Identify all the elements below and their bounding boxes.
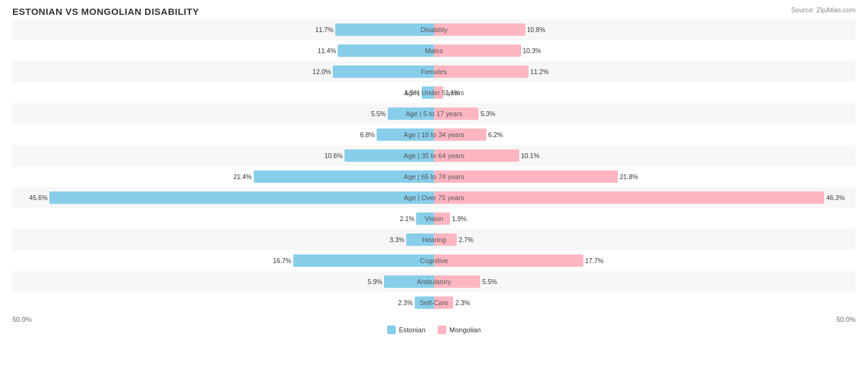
bar-label: Ambulatory: [417, 278, 451, 285]
chart-row: 5.5%5.3%Age | 5 to 17 years: [12, 103, 856, 124]
value-right: 10.3%: [521, 47, 541, 54]
chart-row: 10.6%10.1%Age | 35 to 64 years: [12, 145, 856, 166]
bar-left-container: 6.8%: [12, 124, 434, 145]
chart-row: 2.3%2.3%Self-Care: [12, 292, 856, 313]
bar-right-container: 2.7%: [434, 229, 856, 250]
bar-right: [434, 254, 583, 267]
value-left: 12.0%: [312, 68, 333, 75]
bar-label: Disability: [420, 26, 448, 33]
value-right: 10.8%: [525, 26, 546, 33]
bar-right-container: 11.2%: [434, 61, 856, 82]
bar-right-container: 10.3%: [434, 40, 856, 61]
bar-label: Age | 65 to 74 years: [404, 173, 464, 180]
chart-row: 11.4%10.3%Males: [12, 40, 856, 61]
bar-left-container: 12.0%: [12, 61, 434, 82]
value-right: 2.3%: [453, 299, 470, 306]
value-left: 6.8%: [360, 131, 377, 138]
chart-row: 12.0%11.2%Females: [12, 61, 856, 82]
bar-right: [434, 191, 824, 204]
bar-label: Hearing: [422, 236, 446, 243]
bar-label: Males: [425, 47, 443, 54]
bar-left: [293, 254, 434, 267]
chart-row: 2.1%1.9%Vision: [12, 208, 856, 229]
chart-row: 16.7%17.7%Cognitive: [12, 250, 856, 271]
chart-container: ESTONIAN VS MONGOLIAN DISABILITY Source:…: [0, 0, 868, 378]
bar-left: [333, 65, 434, 78]
value-right: 46.3%: [824, 194, 845, 201]
bar-right-container: 10.1%: [434, 145, 856, 166]
bar-label: Age | Under 5 years: [404, 89, 464, 96]
value-right: 2.7%: [457, 236, 474, 243]
value-right: 5.3%: [478, 110, 495, 117]
bar-left-container: 11.4%: [12, 40, 434, 61]
bar-label: Vision: [425, 215, 443, 222]
value-left: 2.3%: [398, 299, 415, 306]
bar-left-container: 5.9%: [12, 271, 434, 292]
bar-right-container: 10.8%: [434, 19, 856, 40]
bar-right: [434, 65, 528, 78]
value-right: 21.8%: [618, 173, 638, 180]
bar-left-container: 2.3%: [12, 292, 434, 313]
bar-right-container: 1.1%: [434, 82, 856, 103]
bar-right-container: 17.7%: [434, 250, 856, 271]
source-label: Source: ZipAtlas.com: [791, 6, 856, 14]
chart-row: 21.4%21.8%Age | 65 to 74 years: [12, 166, 856, 187]
bar-left-container: 1.5%: [12, 82, 434, 103]
estonian-label: Estonian: [399, 326, 425, 334]
bar-right-container: 5.5%: [434, 271, 856, 292]
chart-row: 11.7%10.8%Disability: [12, 19, 856, 40]
bar-label: Females: [421, 68, 447, 75]
chart-row: 6.8%6.2%Age | 18 to 34 years: [12, 124, 856, 145]
value-left: 11.7%: [315, 26, 335, 33]
value-right: 6.2%: [486, 131, 503, 138]
axis-right: 50.0%: [434, 316, 856, 323]
value-left: 11.4%: [318, 47, 338, 54]
bar-left-container: 10.6%: [12, 145, 434, 166]
bar-right-container: 2.3%: [434, 292, 856, 313]
legend-mongolian: Mongolian: [438, 326, 481, 334]
legend-estonian: Estonian: [387, 326, 425, 334]
value-left: 2.1%: [399, 215, 416, 222]
value-right: 5.5%: [480, 278, 497, 285]
value-left: 21.4%: [233, 173, 254, 180]
bar-right-container: 5.3%: [434, 103, 856, 124]
chart-row: 3.3%2.7%Hearing: [12, 229, 856, 250]
bar-label: Age | 5 to 17 years: [406, 110, 462, 117]
mongolian-color-box: [438, 326, 446, 334]
chart-row: 45.6%46.3%Age | Over 75 years: [12, 187, 856, 208]
bar-right-container: 21.8%: [434, 166, 856, 187]
value-left: 16.7%: [273, 257, 293, 264]
bar-left-container: 45.6%: [12, 187, 434, 208]
value-left: 5.9%: [367, 278, 384, 285]
bar-left-container: 16.7%: [12, 250, 434, 271]
bar-left: [335, 23, 434, 36]
value-right: 1.9%: [450, 215, 467, 222]
chart-area: 11.7%10.8%Disability11.4%10.3%Males12.0%…: [12, 19, 856, 313]
bar-left-container: 11.7%: [12, 19, 434, 40]
bar-right-container: 46.3%: [434, 187, 856, 208]
bar-left-container: 5.5%: [12, 103, 434, 124]
bar-right-container: 1.9%: [434, 208, 856, 229]
bar-label: Age | 18 to 34 years: [404, 131, 464, 138]
chart-row: 5.9%5.5%Ambulatory: [12, 271, 856, 292]
bar-left-container: 3.3%: [12, 229, 434, 250]
bar-right: [434, 44, 521, 57]
bar-left-container: 2.1%: [12, 208, 434, 229]
estonian-color-box: [387, 326, 396, 334]
axis-left: 50.0%: [12, 316, 434, 323]
bar-right: [434, 23, 525, 36]
value-left: 45.6%: [29, 194, 49, 201]
chart-row: 1.5%1.1%Age | Under 5 years: [12, 82, 856, 103]
value-right: 10.1%: [519, 152, 540, 159]
bar-left-container: 21.4%: [12, 166, 434, 187]
bar-left: [49, 191, 434, 204]
axis-row: 50.0% 50.0%: [12, 316, 856, 323]
bar-label: Age | Over 75 years: [404, 194, 464, 201]
bar-right-container: 6.2%: [434, 124, 856, 145]
value-right: 11.2%: [528, 68, 549, 75]
value-right: 17.7%: [583, 257, 604, 264]
bar-left: [338, 44, 434, 57]
value-left: 3.3%: [390, 236, 406, 243]
legend: Estonian Mongolian: [12, 326, 856, 334]
chart-title: ESTONIAN VS MONGOLIAN DISABILITY: [12, 6, 856, 17]
